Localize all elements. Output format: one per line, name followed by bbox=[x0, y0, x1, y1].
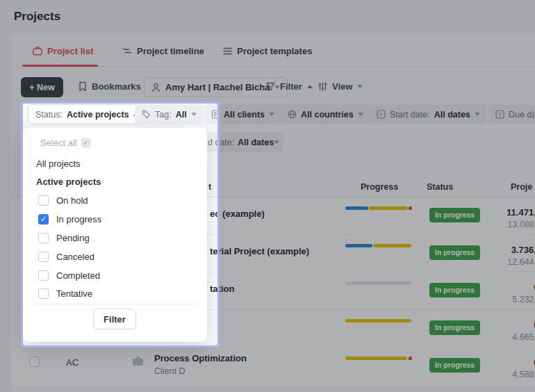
project-name[interactable]: ec (example) bbox=[210, 209, 265, 219]
view-label: View bbox=[332, 81, 352, 92]
tab-label: Project timeline bbox=[137, 46, 204, 56]
dropdown-divider bbox=[33, 304, 197, 304]
budget-warning-dot bbox=[409, 357, 412, 360]
briefcase-icon bbox=[33, 47, 42, 56]
tab-project-timeline[interactable]: Project timeline bbox=[122, 46, 204, 56]
due-date-filter-chip[interactable]: 1 Due dat bbox=[488, 104, 535, 124]
option-label: Pending bbox=[56, 233, 90, 243]
budget-subvalue: 5.232,0 bbox=[437, 295, 535, 304]
table-row[interactable]: AC Process Optimization Client D In prog… bbox=[11, 348, 535, 388]
end-date-label: d date: bbox=[208, 138, 234, 147]
checkbox-unchecked[interactable] bbox=[38, 195, 49, 206]
option-on-hold[interactable]: On hold bbox=[38, 195, 88, 206]
budget-value: 0, bbox=[437, 320, 535, 330]
chevron-down-icon bbox=[475, 113, 480, 116]
row-checkbox[interactable] bbox=[29, 357, 40, 367]
progress-bar bbox=[345, 206, 411, 210]
bookmark-icon bbox=[79, 81, 87, 92]
project-name[interactable]: terial Project (example) bbox=[210, 246, 309, 256]
apply-filter-button[interactable]: Filter bbox=[93, 309, 136, 329]
budget-value: 11.471,5 bbox=[437, 207, 535, 218]
status-filter-value: Active projects bbox=[67, 110, 129, 120]
timeline-icon bbox=[122, 47, 132, 55]
page-title: Projects bbox=[14, 10, 60, 24]
calendar-icon: 1 bbox=[377, 110, 386, 119]
budget-warning-dot bbox=[409, 206, 412, 210]
bookmarks-menu[interactable]: Bookmarks bbox=[79, 81, 151, 92]
globe-icon bbox=[288, 110, 297, 119]
budget-cell: 0, 4.588,9 bbox=[437, 357, 535, 379]
tab-bar: Project list Project timeline Project te… bbox=[11, 33, 535, 67]
budget-value: 0, bbox=[437, 282, 535, 293]
select-all-option[interactable]: Select all ✓ bbox=[40, 138, 90, 148]
view-menu[interactable]: View bbox=[318, 81, 363, 92]
option-canceled[interactable]: Canceled bbox=[38, 252, 94, 262]
active-tab-underline bbox=[22, 65, 98, 67]
select-all-checkbox[interactable]: ✓ bbox=[81, 138, 90, 147]
chevron-up-icon bbox=[307, 85, 313, 88]
budget-subvalue: 4.588,9 bbox=[437, 370, 535, 379]
clients-filter-chip[interactable]: All clients bbox=[204, 104, 281, 124]
budget-cell: 11.471,5 13.088,4 bbox=[437, 207, 535, 229]
option-label: Tentative bbox=[56, 288, 92, 299]
progress-bar bbox=[345, 244, 411, 247]
option-tentative[interactable]: Tentative bbox=[38, 288, 92, 299]
checkbox-checked[interactable]: ✓ bbox=[38, 214, 49, 224]
progress-bar bbox=[345, 357, 411, 360]
new-button[interactable]: + New bbox=[21, 77, 63, 97]
checkbox-unchecked[interactable] bbox=[38, 270, 49, 281]
clients-icon bbox=[211, 110, 220, 119]
countries-filter-chip[interactable]: All countries bbox=[281, 104, 370, 124]
option-label: In progress bbox=[56, 214, 101, 224]
project-client: Client D bbox=[154, 366, 185, 376]
person-icon bbox=[151, 83, 160, 92]
app-window: Projects Project list Project timeline P… bbox=[0, 0, 535, 392]
tag-filter-chip[interactable]: Tag: All bbox=[135, 104, 204, 124]
budget-subvalue: 4.665,2 bbox=[437, 332, 535, 342]
option-in-progress[interactable]: ✓ In progress bbox=[38, 214, 101, 224]
select-all-label: Select all bbox=[40, 138, 77, 148]
tag-filter-label: Tag: bbox=[155, 110, 172, 120]
funnel-icon bbox=[266, 82, 275, 91]
clients-filter-value: All clients bbox=[224, 110, 265, 120]
budget-cell: 0, 4.665,2 bbox=[437, 320, 535, 342]
progress-bar bbox=[345, 319, 411, 322]
all-projects-option[interactable]: All projects bbox=[36, 158, 81, 169]
calendar-icon: 1 bbox=[495, 110, 504, 119]
svg-text:1: 1 bbox=[379, 111, 382, 117]
status-filter-dropdown: Select all ✓ All projects Active project… bbox=[23, 128, 207, 342]
people-label: Amy Hart | Rachel Bicha bbox=[165, 82, 270, 92]
end-date-value: All dates bbox=[238, 138, 274, 147]
budget-cell: 3.736,0 12.644,0 bbox=[437, 245, 535, 267]
templates-icon bbox=[223, 47, 232, 55]
budget-subvalue: 12.644,0 bbox=[437, 257, 535, 267]
svg-text:1: 1 bbox=[498, 111, 501, 117]
start-date-label: Start date: bbox=[390, 110, 430, 120]
client-initials: AC bbox=[66, 357, 79, 368]
tag-filter-value: All bbox=[176, 110, 187, 120]
start-date-filter-chip[interactable]: 1 Start date: All dates bbox=[370, 104, 487, 124]
tab-project-templates[interactable]: Project templates bbox=[223, 46, 312, 56]
progress-bar bbox=[345, 281, 411, 285]
option-label: Canceled bbox=[56, 252, 94, 262]
tag-icon bbox=[142, 110, 151, 119]
project-name[interactable]: tation bbox=[210, 284, 234, 294]
option-pending[interactable]: Pending bbox=[38, 233, 90, 243]
project-briefcase-icon bbox=[132, 356, 144, 366]
checkbox-unchecked[interactable] bbox=[38, 252, 49, 262]
status-filter-chip[interactable]: Status: Active projects bbox=[28, 104, 147, 124]
bookmarks-label: Bookmarks bbox=[92, 81, 141, 92]
checkbox-unchecked[interactable] bbox=[38, 233, 49, 243]
countries-filter-value: All countries bbox=[301, 110, 354, 120]
start-date-value: All dates bbox=[434, 110, 470, 120]
option-label: Completed bbox=[56, 270, 100, 281]
project-name[interactable]: Process Optimization bbox=[154, 353, 247, 364]
filter-menu[interactable]: Filter bbox=[266, 81, 313, 92]
tab-project-list[interactable]: Project list bbox=[33, 46, 93, 56]
active-projects-group-label: Active projects bbox=[36, 177, 101, 187]
checkbox-unchecked[interactable] bbox=[38, 288, 49, 299]
option-completed[interactable]: Completed bbox=[38, 270, 100, 281]
chevron-down-icon bbox=[269, 113, 274, 116]
chevron-down-icon bbox=[358, 113, 363, 116]
chevron-down-icon bbox=[191, 113, 197, 116]
